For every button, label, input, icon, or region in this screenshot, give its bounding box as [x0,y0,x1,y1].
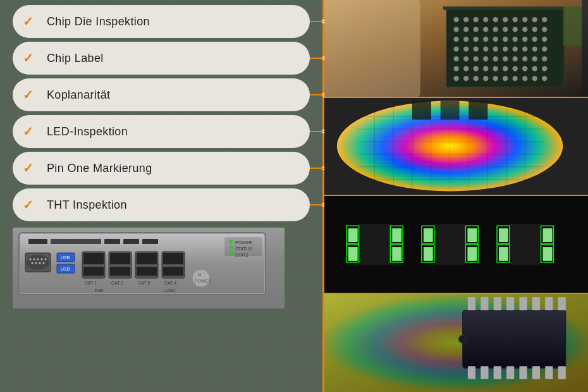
svg-point-80 [513,37,518,42]
svg-point-23 [39,262,41,264]
svg-point-111 [522,66,527,71]
svg-rect-147 [359,224,391,265]
svg-point-71 [522,27,527,32]
svg-point-100 [513,56,518,61]
svg-point-64 [454,27,459,32]
svg-text:CAT 1: CAT 1 [85,281,97,285]
svg-text:USB: USB [61,267,70,271]
svg-point-24 [43,262,45,264]
svg-point-112 [532,66,537,71]
svg-rect-185 [468,297,475,310]
svg-rect-158 [424,247,433,261]
check-icon-2: ✓ [23,87,38,102]
svg-rect-143 [412,101,431,120]
svg-point-77 [483,37,488,42]
svg-point-109 [503,66,508,71]
ic-svg [324,294,588,392]
item-label-0: Chip Die Inspektion [47,15,150,28]
svg-point-193 [459,335,467,343]
photos-grid [324,0,588,392]
svg-point-76 [474,37,479,42]
item-label-4: Pin One Markierung [47,162,152,175]
svg-point-60 [513,17,518,22]
svg-point-16 [30,259,32,260]
right-panel [322,0,588,392]
svg-point-98 [493,56,498,61]
svg-rect-176 [463,310,566,368]
svg-point-72 [532,27,537,32]
svg-rect-156 [434,224,466,265]
hardware-image: POWER STATUS STAT2 [13,228,285,309]
svg-point-85 [463,46,469,51]
svg-point-79 [503,37,508,42]
svg-rect-51 [324,0,420,97]
svg-point-66 [474,27,479,32]
svg-rect-187 [494,297,501,310]
svg-rect-124 [563,6,582,46]
svg-point-119 [503,76,508,81]
svg-rect-31 [83,267,104,276]
led-svg [324,196,588,293]
svg-point-62 [532,17,537,22]
list-item: ✓ Chip Label [13,42,310,75]
svg-rect-149 [348,247,358,261]
svg-point-18 [37,259,39,260]
svg-point-21 [32,262,34,264]
svg-point-65 [463,27,469,32]
svg-rect-178 [481,366,488,379]
svg-point-19 [41,259,43,260]
svg-rect-190 [532,297,540,310]
svg-point-94 [454,56,459,61]
svg-rect-165 [510,224,541,265]
svg-text:N: N [198,273,201,277]
svg-point-68 [493,27,498,32]
svg-point-93 [542,46,547,51]
svg-point-55 [463,17,469,22]
svg-text:USB: USB [61,255,70,260]
svg-rect-145 [441,101,460,120]
list-item: ✓ THT Inspektion [13,188,310,221]
svg-rect-188 [506,297,514,310]
svg-text:STATUS: STATUS [235,247,252,251]
svg-point-10 [229,246,233,250]
svg-point-115 [463,76,469,81]
item-label-1: Chip Label [47,52,104,65]
svg-point-102 [532,56,537,61]
check-icon-3: ✓ [23,124,38,139]
svg-point-96 [474,56,479,61]
item-label-5: THT Inspektion [47,199,127,212]
svg-rect-192 [558,297,566,310]
svg-point-8 [229,240,233,243]
svg-point-82 [532,37,537,42]
svg-rect-3 [51,239,101,244]
svg-point-122 [532,76,537,81]
svg-point-83 [542,37,547,42]
list-item: ✓ Chip Die Inspektion [13,5,310,38]
svg-rect-183 [545,366,553,379]
svg-rect-53 [443,6,565,9]
svg-point-67 [483,27,488,32]
svg-point-104 [454,66,459,71]
list-item: ✓ Pin One Markierung [13,152,310,185]
svg-rect-184 [558,366,566,379]
svg-point-91 [522,46,527,51]
svg-point-20 [45,259,47,260]
svg-rect-30 [83,253,104,264]
svg-rect-160 [467,247,477,261]
svg-rect-191 [545,297,553,310]
svg-rect-6 [142,239,158,244]
svg-point-63 [542,17,547,22]
photo-bga-chip [324,0,588,98]
svg-rect-179 [494,366,501,379]
svg-text:PoE: PoE [95,288,104,293]
svg-point-101 [522,56,527,61]
check-icon-0: ✓ [23,14,38,29]
svg-point-105 [463,66,469,71]
hardware-body: POWER STATUS STAT2 [13,228,285,309]
svg-point-118 [493,76,498,81]
svg-point-123 [542,76,547,81]
photo-led-inspection [324,196,588,294]
svg-point-58 [493,17,498,22]
svg-rect-2 [28,239,47,244]
svg-text:CAT 4: CAT 4 [164,281,176,285]
